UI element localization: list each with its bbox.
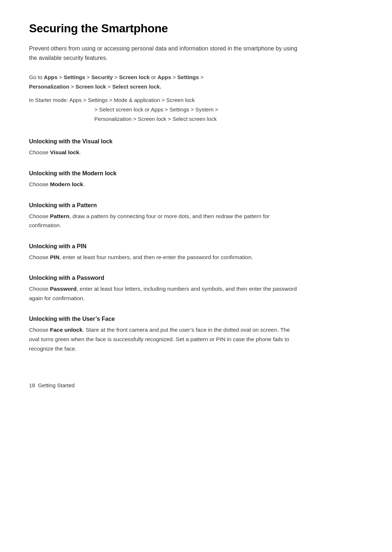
face-bold: Face unlock <box>50 327 83 333</box>
starter-settings2: Settings <box>170 106 189 113</box>
starter-system: System <box>195 106 213 113</box>
nav-selectscreenlock: Select screen lock. <box>112 83 161 90</box>
section-visual-lock: Unlocking with the Visual lock Choose Vi… <box>29 138 298 157</box>
starter-block: In Starter mode: Apps > Settings > Mode … <box>29 95 298 124</box>
password-prefix: Choose <box>29 286 50 292</box>
page-title: Securing the Smartphone <box>29 22 298 35</box>
password-bold: Password <box>50 286 77 292</box>
modern-lock-suffix: . <box>83 181 85 187</box>
starter-selectscreenlock: Select screen lock <box>99 106 143 113</box>
pin-prefix: Choose <box>29 254 50 260</box>
page-container: Securing the Smartphone Prevent others f… <box>0 0 327 417</box>
section-pin-body: Choose PIN, enter at least four numbers,… <box>29 253 298 262</box>
pattern-prefix: Choose <box>29 213 50 219</box>
nav-prefix: Go to <box>29 74 44 80</box>
visual-lock-suffix: . <box>79 149 81 155</box>
starter-screenlock1: Screen lock <box>166 97 195 103</box>
starter-apps: Apps <box>69 97 82 103</box>
section-face-body: Choose Face unlock. Stare at the front c… <box>29 325 298 353</box>
nav-settings2: Settings <box>177 74 199 80</box>
section-pattern: Unlocking with a Pattern Choose Pattern,… <box>29 202 298 230</box>
section-pattern-body: Choose Pattern, draw a pattern by connec… <box>29 212 298 230</box>
footer: 18 Getting Started <box>29 382 298 388</box>
starter-selectscreenlock2: Select screen lock <box>172 116 217 122</box>
section-visual-lock-body: Choose Visual lock. <box>29 148 298 157</box>
starter-personalization: Personalization <box>94 116 132 122</box>
nav-screenlock2: Screen lock <box>75 83 106 90</box>
starter-settings: Settings <box>88 97 107 103</box>
pin-bold: PIN <box>50 254 60 260</box>
starter-mode: Mode & application <box>114 97 160 103</box>
visual-lock-prefix: Choose <box>29 149 50 155</box>
visual-lock-bold: Visual lock <box>50 149 79 155</box>
section-visual-lock-title: Unlocking with the Visual lock <box>29 138 298 145</box>
section-password: Unlocking with a Password Choose Passwor… <box>29 275 298 303</box>
section-pin-title: Unlocking with a PIN <box>29 243 298 250</box>
modern-lock-prefix: Choose <box>29 181 50 187</box>
section-modern-lock-title: Unlocking with the Modern lock <box>29 170 298 177</box>
section-pattern-title: Unlocking with a Pattern <box>29 202 298 209</box>
nav-block: Go to Apps > Settings > Security > Scree… <box>29 73 298 92</box>
nav-apps2: Apps <box>158 74 171 80</box>
modern-lock-bold: Modern lock <box>50 181 83 187</box>
nav-personalization: Personalization <box>29 83 69 90</box>
section-modern-lock: Unlocking with the Modern lock Choose Mo… <box>29 170 298 189</box>
starter-line2: > Select screen lock or Apps > Settings … <box>29 105 298 114</box>
footer-page-number: 18 <box>29 382 35 388</box>
footer-section-label: Getting Started <box>38 382 75 388</box>
pin-suffix: , enter at least four numbers, and then … <box>60 254 253 260</box>
section-pin: Unlocking with a PIN Choose PIN, enter a… <box>29 243 298 262</box>
section-password-title: Unlocking with a Password <box>29 275 298 281</box>
nav-settings1: Settings <box>64 74 85 80</box>
pattern-bold: Pattern <box>50 213 69 219</box>
section-face-title: Unlocking with the User’s Face <box>29 316 298 322</box>
starter-screenlock2: Screen lock <box>138 116 166 122</box>
nav-security: Security <box>91 74 113 80</box>
nav-apps1: Apps <box>44 74 58 80</box>
section-password-body: Choose Password, enter at least four let… <box>29 284 298 303</box>
section-modern-lock-body: Choose Modern lock. <box>29 180 298 189</box>
face-prefix: Choose <box>29 327 50 333</box>
starter-prefix: In Starter mode: <box>29 97 69 103</box>
starter-apps2: Apps <box>151 106 163 113</box>
intro-text: Prevent others from using or accessing p… <box>29 44 298 62</box>
nav-screenlock1: Screen lock <box>119 74 150 80</box>
starter-line3: Personalization > Screen lock > Select s… <box>29 114 298 124</box>
section-face: Unlocking with the User’s Face Choose Fa… <box>29 316 298 353</box>
